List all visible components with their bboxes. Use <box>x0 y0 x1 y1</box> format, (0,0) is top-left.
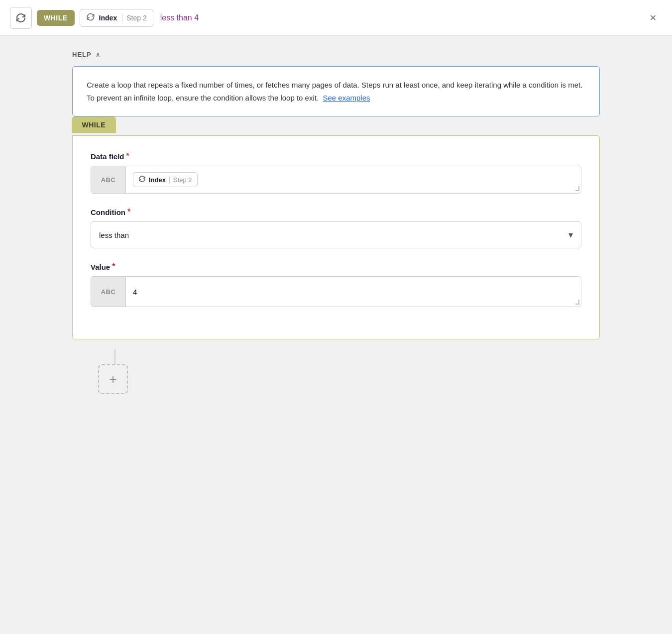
value-label: Value * <box>91 262 581 271</box>
header-loop-icon[interactable] <box>10 7 32 29</box>
close-button[interactable]: × <box>644 9 662 27</box>
data-field-required: * <box>126 152 129 161</box>
value-field-group: Value * ABC 4 <box>91 262 581 307</box>
condition-label: Condition * <box>91 208 581 216</box>
header-bar: WHILE Index Step 2 less than 4 × <box>0 0 672 36</box>
connector-line <box>114 349 115 364</box>
condition-required: * <box>127 208 130 216</box>
data-field-group: Data field * ABC Index Step <box>91 152 581 194</box>
condition-value: less than <box>99 231 568 239</box>
help-box: Create a loop that repeats a fixed numbe… <box>72 66 600 116</box>
condition-dropdown-arrow: ▾ <box>568 229 573 240</box>
data-field-type-badge: ABC <box>91 166 126 193</box>
data-field-content[interactable]: Index Step 2 <box>126 166 574 193</box>
value-field-input[interactable]: ABC 4 <box>91 276 581 307</box>
value-label-text: Value <box>91 263 110 271</box>
header-step-pill[interactable]: Index Step 2 <box>80 9 153 27</box>
value-text[interactable]: 4 <box>126 277 574 307</box>
condition-select[interactable]: less than ▾ <box>91 221 581 248</box>
value-required: * <box>112 262 115 271</box>
value-field-resize[interactable] <box>574 277 581 307</box>
condition-label-text: Condition <box>91 208 125 216</box>
add-step-button[interactable]: + <box>98 364 128 394</box>
connector-area: + <box>72 349 600 394</box>
data-field-pill-step: Step 2 <box>169 176 192 184</box>
while-section-wrapper: WHILE Data field * ABC <box>72 135 600 339</box>
data-field-label: Data field * <box>91 152 581 161</box>
main-content: HELP ∧ Create a loop that repeats a fixe… <box>52 36 620 409</box>
see-examples-link[interactable]: See examples <box>323 94 370 102</box>
while-section: Data field * ABC Index Step <box>72 135 600 339</box>
help-description: Create a loop that repeats a fixed numbe… <box>87 79 585 104</box>
help-chevron-icon: ∧ <box>96 51 101 58</box>
header-step-loop-icon <box>86 12 95 23</box>
header-condition-summary: less than 4 <box>160 13 199 22</box>
help-label: HELP <box>72 51 92 58</box>
data-field-label-text: Data field <box>91 152 124 161</box>
help-toggle[interactable]: HELP ∧ <box>72 51 600 58</box>
data-field-resize[interactable] <box>574 166 581 193</box>
header-while-badge: WHILE <box>37 10 75 26</box>
header-step-number: Step 2 <box>122 14 146 22</box>
condition-field-group: Condition * less than ▾ <box>91 208 581 248</box>
value-type-badge: ABC <box>91 277 126 307</box>
data-field-pill-name: Index <box>149 176 166 184</box>
while-tab[interactable]: WHILE <box>72 116 116 133</box>
data-field-pill-icon <box>138 175 146 184</box>
data-field-input[interactable]: ABC Index Step 2 <box>91 166 581 194</box>
header-index-label: Index <box>99 14 117 22</box>
data-field-pill[interactable]: Index Step 2 <box>133 172 198 187</box>
